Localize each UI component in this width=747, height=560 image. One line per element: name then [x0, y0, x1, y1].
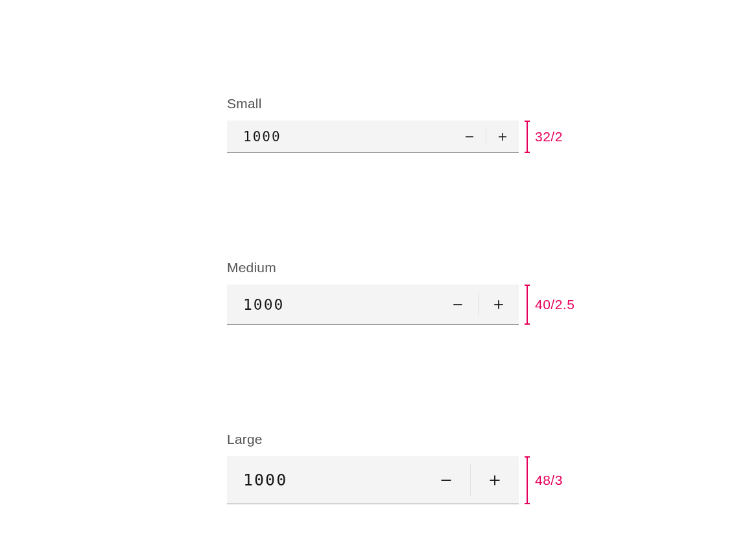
subtract-icon	[464, 132, 475, 142]
increment-button[interactable]	[486, 121, 519, 152]
dimension-bracket	[525, 456, 530, 504]
size-label-small: Small	[227, 96, 590, 111]
number-input-value[interactable]: 1000	[227, 285, 438, 324]
dimension-bracket	[525, 285, 530, 325]
svg-rect-8	[494, 475, 495, 485]
add-icon	[497, 132, 508, 142]
add-icon	[488, 474, 501, 487]
svg-rect-3	[453, 304, 462, 305]
number-input-value[interactable]: 1000	[227, 456, 422, 504]
number-input-field-large[interactable]: 1000	[227, 456, 519, 504]
svg-rect-2	[502, 133, 503, 141]
size-label-large: Large	[227, 432, 590, 447]
number-input-small: Small 1000 32/2	[227, 96, 590, 153]
number-input-field-medium[interactable]: 1000	[227, 285, 519, 325]
svg-rect-6	[442, 480, 451, 481]
svg-rect-0	[466, 136, 473, 137]
dimension-bracket	[525, 121, 530, 153]
number-input-medium: Medium 1000 40/2.5	[227, 260, 590, 325]
decrement-button[interactable]	[422, 456, 470, 504]
number-input-large: Large 1000 48/3	[227, 432, 590, 504]
number-input-field-small[interactable]: 1000	[227, 121, 519, 153]
number-input-value[interactable]: 1000	[227, 121, 453, 152]
add-icon	[493, 299, 504, 310]
svg-rect-5	[498, 300, 499, 309]
dimension-label: 48/3	[535, 472, 563, 488]
subtract-icon	[440, 474, 453, 487]
increment-button[interactable]	[471, 456, 519, 504]
dimension-label: 32/2	[535, 129, 563, 145]
dimension-label: 40/2.5	[535, 297, 575, 312]
decrement-button[interactable]	[438, 285, 478, 324]
size-label-medium: Medium	[227, 260, 590, 275]
subtract-icon	[452, 299, 464, 310]
increment-button[interactable]	[479, 285, 519, 324]
decrement-button[interactable]	[453, 121, 486, 152]
